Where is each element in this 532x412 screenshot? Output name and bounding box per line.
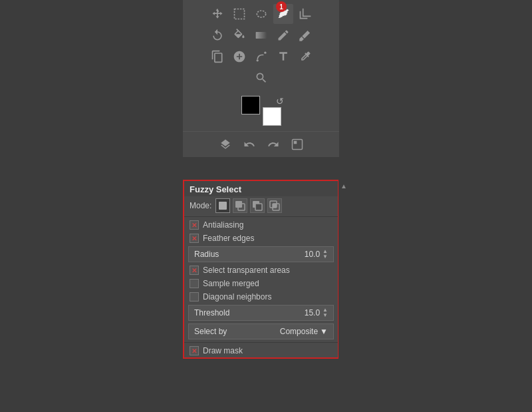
svg-rect-8 <box>235 201 242 208</box>
draw-mask-label: Draw mask <box>203 346 243 355</box>
lasso-select-icon[interactable] <box>251 4 271 24</box>
notification-badge: 1 <box>276 1 287 12</box>
gradient-icon[interactable] <box>251 25 271 45</box>
radius-label: Radius <box>194 250 305 259</box>
mode-row: Mode: <box>184 196 338 215</box>
tools-grid <box>183 0 339 92</box>
bottom-nav-icons <box>183 131 339 157</box>
reset-colors-icon[interactable]: ↺ <box>276 96 284 106</box>
tools-row-3 <box>186 47 336 67</box>
select-transparent-checkbox[interactable]: ✕ <box>190 266 199 275</box>
rect-select-icon[interactable] <box>229 4 249 24</box>
svg-rect-6 <box>293 141 297 144</box>
feather-edges-row[interactable]: ✕ Feather edges <box>184 232 338 245</box>
sample-merged-row[interactable]: Sample merged <box>184 277 338 290</box>
svg-point-1 <box>257 11 265 17</box>
tools-row-1 <box>186 4 336 24</box>
scroll-up-icon[interactable]: ▲ <box>340 182 347 190</box>
feather-edges-checkbox[interactable]: ✕ <box>190 234 199 243</box>
select-by-dropdown[interactable]: Composite ▼ <box>280 327 328 336</box>
select-transparent-label: Select transparent areas <box>203 266 290 275</box>
clone-icon[interactable] <box>207 47 227 67</box>
path-icon[interactable] <box>251 47 271 67</box>
svg-rect-14 <box>273 204 277 208</box>
pencil-icon[interactable] <box>273 25 293 45</box>
draw-mask-row[interactable]: ✕ Draw mask <box>184 344 338 357</box>
svg-point-3 <box>256 59 258 61</box>
eyedropper-icon[interactable] <box>295 47 315 67</box>
bucket-fill-icon[interactable] <box>229 25 249 45</box>
diagonal-neighbors-label: Diagonal neighbors <box>203 292 271 302</box>
colors-dialog-icon[interactable] <box>287 134 307 154</box>
tool-options-title: Fuzzy Select <box>184 181 338 196</box>
tools-row-4 <box>186 68 336 88</box>
mode-label: Mode: <box>190 201 211 210</box>
divider-2 <box>184 342 338 343</box>
text-icon[interactable] <box>273 47 293 67</box>
redo-icon[interactable] <box>263 134 283 154</box>
draw-mask-checkbox[interactable]: ✕ <box>190 346 199 355</box>
threshold-value: 15.0 <box>305 308 320 317</box>
move-tool-icon[interactable] <box>207 4 227 24</box>
select-by-chevron-icon: ▼ <box>320 327 328 336</box>
scroll-panel: ▲ <box>338 180 349 399</box>
threshold-row: Threshold 15.0 ▲ ▼ <box>188 305 334 321</box>
foreground-color-swatch[interactable] <box>241 96 260 114</box>
select-transparent-row[interactable]: ✕ Select transparent areas <box>184 264 338 277</box>
heal-icon[interactable] <box>229 47 249 67</box>
layers-icon[interactable] <box>215 134 235 154</box>
antialiasing-label: Antialiasing <box>203 220 243 230</box>
svg-rect-2 <box>255 32 267 39</box>
rotate-icon[interactable] <box>207 25 227 45</box>
sample-merged-label: Sample merged <box>203 279 259 288</box>
antialiasing-row[interactable]: ✕ Antialiasing <box>184 218 338 232</box>
mode-add-btn[interactable] <box>233 198 247 213</box>
tool-options-panel: Fuzzy Select Mode: <box>183 180 339 359</box>
main-container: 1 <box>0 0 532 412</box>
eraser-icon[interactable] <box>295 25 315 45</box>
sample-merged-checkbox[interactable] <box>190 279 199 288</box>
undo-icon[interactable] <box>239 134 259 154</box>
mode-replace-btn[interactable] <box>215 198 230 213</box>
zoom-icon[interactable] <box>251 68 271 88</box>
background-color-swatch[interactable] <box>263 107 281 126</box>
diagonal-neighbors-row[interactable]: Diagonal neighbors <box>184 290 338 304</box>
diagonal-neighbors-checkbox[interactable] <box>190 292 199 302</box>
select-by-row[interactable]: Select by Composite ▼ <box>188 323 334 339</box>
select-by-label: Select by <box>194 327 280 336</box>
svg-rect-7 <box>219 202 227 210</box>
tools-row-2 <box>186 25 336 45</box>
crop-icon[interactable] <box>295 4 315 24</box>
antialiasing-checkbox[interactable]: ✕ <box>190 220 199 230</box>
mode-subtract-btn[interactable] <box>250 198 265 213</box>
svg-rect-11 <box>255 204 262 210</box>
threshold-spinner-arrows[interactable]: ▲ ▼ <box>323 308 328 318</box>
radius-row: Radius 10.0 ▲ ▼ <box>188 246 334 262</box>
svg-point-4 <box>264 52 266 54</box>
divider-1 <box>184 216 338 217</box>
toolbox: ↺ <box>183 0 339 157</box>
color-swatches: ↺ <box>241 96 281 126</box>
radius-value: 10.0 <box>305 250 320 259</box>
threshold-label: Threshold <box>194 308 305 317</box>
svg-rect-0 <box>234 9 244 19</box>
feather-edges-label: Feather edges <box>203 234 254 243</box>
select-by-value: Composite <box>280 327 318 336</box>
radius-spinner-arrows[interactable]: ▲ ▼ <box>323 249 328 260</box>
mode-intersect-btn[interactable] <box>267 198 282 213</box>
